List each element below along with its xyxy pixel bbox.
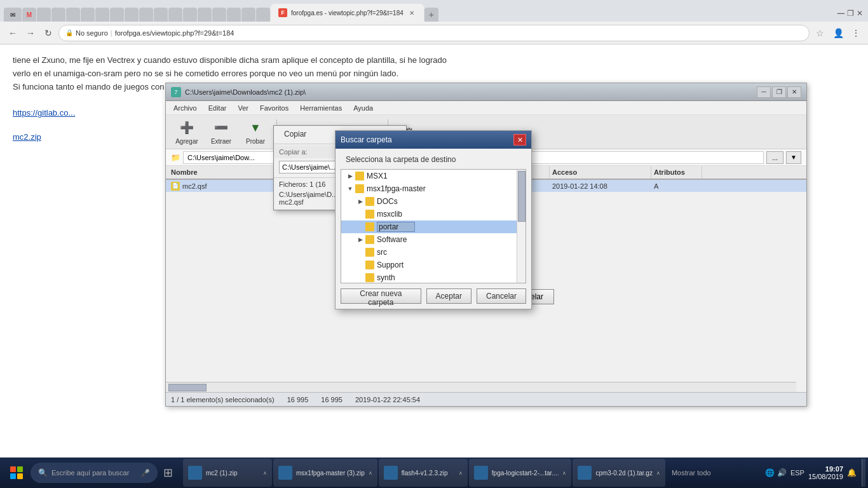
col-atributos[interactable]: Atributos (651, 166, 702, 179)
reload-button[interactable]: ↻ (41, 25, 56, 41)
tab-icon-6[interactable] (95, 8, 109, 22)
menu-ayuda[interactable]: Ayuda (348, 103, 378, 113)
toolbar-agregar[interactable]: ➕ Agregar (171, 116, 203, 147)
zip-statusbar: 1 / 1 elemento(s) seleccionado(s) 16 995… (166, 392, 806, 406)
app-label-mc2: mc2 (1).zip (206, 470, 237, 477)
tree-expand-docs[interactable]: ▶ (356, 198, 364, 205)
tab-active[interactable]: F forofpga.es - viewtopic.php?f=29&t=184… (271, 4, 424, 22)
clock[interactable]: 19:07 15/08/2019 (808, 465, 843, 480)
tree-item-support[interactable]: ▶ Support (341, 259, 526, 271)
zip-hscrollbar[interactable] (166, 382, 796, 392)
network-icon[interactable]: 🌐 (765, 468, 775, 477)
clock-time: 19:07 (808, 465, 843, 473)
tab-label: forofpga.es - viewtopic.php?f=29&t=184 (291, 10, 403, 17)
app-chevron-mc2: ∧ (263, 470, 267, 476)
profile-icon[interactable]: 👤 (831, 28, 846, 38)
tab-icon-13[interactable] (198, 8, 212, 22)
tab-icon-2[interactable] (37, 8, 51, 22)
zip-addr-dropdown[interactable]: ▼ (786, 151, 801, 164)
address-bar[interactable]: 🔒 No seguro | forofpga.es/viewtopic.php?… (58, 25, 810, 41)
show-all-button[interactable]: Mostrar todo (667, 459, 716, 487)
menu-herramientas[interactable]: Herramientas (295, 103, 347, 113)
tab-icon-14[interactable] (212, 8, 226, 22)
browser-restore[interactable]: ❐ (847, 9, 854, 18)
tab-icon-8[interactable] (125, 8, 139, 22)
tree-expand-msx1fpga[interactable]: ▼ (346, 185, 354, 193)
toolbar-extraer[interactable]: ➖ Extraer (205, 116, 237, 147)
tree-item-msx1[interactable]: ▶ MSX1 (341, 170, 526, 182)
volume-icon[interactable]: 🔊 (777, 468, 787, 477)
taskbar-app-mc2[interactable]: mc2 (1).zip ∧ (183, 459, 272, 487)
tree-expand-msx1[interactable]: ▶ (346, 172, 354, 180)
forward-button[interactable]: → (23, 25, 38, 41)
menu-favoritos[interactable]: Favoritos (255, 103, 294, 113)
tab-close-button[interactable]: ✕ (407, 8, 416, 17)
tree-item-src[interactable]: ▶ src (341, 246, 526, 259)
zip-addr-button[interactable]: ... (766, 151, 783, 164)
tab-icon-15[interactable] (227, 8, 241, 22)
tree-label-msx1fpga: msx1fpga-master (367, 184, 426, 193)
tree-vscrollbar[interactable] (517, 170, 526, 283)
tree-item-msxclib[interactable]: ▶ msxclib (341, 208, 526, 220)
bookmark-icon[interactable]: ☆ (812, 28, 828, 38)
tab-icon-3[interactable] (51, 8, 65, 22)
cancel-button[interactable]: Cancelar (477, 288, 526, 304)
tree-item-msx1fpga[interactable]: ▼ msx1fpga-master (341, 182, 526, 195)
ok-button[interactable]: Aceptar (426, 288, 471, 304)
show-desktop-button[interactable] (862, 459, 865, 487)
browser-close[interactable]: ✕ (857, 9, 863, 18)
menu-editar[interactable]: Editar (203, 103, 232, 113)
address-url: forofpga.es/viewtopic.php?f=29&t=184 (115, 29, 234, 37)
folder-icon-msx1 (355, 172, 364, 180)
tab-icon-4[interactable] (66, 8, 80, 22)
browser-chrome: ✉ M F (0, 0, 868, 44)
tab-new-button[interactable]: + (424, 8, 438, 22)
zip-restore-button[interactable]: ❐ (772, 86, 786, 98)
tab-icon-7[interactable] (110, 8, 124, 22)
browser-minimize[interactable]: ─ (837, 8, 844, 19)
taskbar-app-flash4[interactable]: flash4-v1.2.3.zip ∧ (379, 459, 468, 487)
tree-item-portar[interactable]: ▶ (341, 220, 526, 233)
tree-edit-portar[interactable] (377, 222, 415, 232)
lang-label[interactable]: ESP (790, 469, 804, 477)
col-acceso[interactable]: Acceso (550, 166, 651, 179)
tab-icon-12[interactable] (183, 8, 197, 22)
tree-item-synth[interactable]: ▶ synth (341, 271, 526, 283)
tree-expand-software[interactable]: ▶ (356, 236, 364, 243)
zip-minimize-button[interactable]: ─ (757, 86, 771, 98)
tab-icon-17[interactable] (256, 8, 270, 22)
zip-hscroll-thumb[interactable] (168, 384, 207, 391)
tree-label-docs: DOCs (377, 197, 398, 206)
ok-cancel-group: Aceptar Cancelar (426, 288, 526, 304)
browser-menu-icon[interactable]: ⋮ (849, 28, 863, 38)
tab-icon-10[interactable] (154, 8, 168, 22)
toolbar-probar[interactable]: ▼ Probar (240, 116, 271, 147)
tab-icon-16[interactable] (241, 8, 255, 22)
tree-item-docs[interactable]: ▶ DOCs (341, 195, 526, 208)
taskbar-app-msx1fpga[interactable]: msx1fpga-master (3).zip ∧ (273, 459, 377, 487)
browse-folder-tree[interactable]: ▶ MSX1 ▼ msx1fpga-master ▶ DOCs ▶ msxcli… (341, 169, 526, 283)
new-folder-button[interactable]: Crear nueva carpeta (341, 288, 421, 304)
tree-item-software[interactable]: ▶ Software (341, 233, 526, 246)
tab-icon-mail[interactable]: ✉ (4, 8, 22, 22)
zip-close-button[interactable]: ✕ (787, 86, 801, 98)
tree-vscroll-thumb[interactable] (518, 171, 526, 222)
start-button[interactable] (3, 459, 31, 487)
notifications-icon[interactable]: 🔔 (847, 468, 857, 477)
folder-icon-support (365, 261, 374, 269)
folder-icon-docs (365, 197, 374, 206)
menu-archivo[interactable]: Archivo (168, 103, 202, 113)
tab-favicon: F (278, 8, 287, 17)
tab-icon-5[interactable] (81, 8, 95, 22)
taskbar-search[interactable]: 🔍 Escribe aquí para buscar 🎤 (31, 463, 158, 483)
tab-icon-9[interactable] (139, 8, 153, 22)
file-attr-cell: A (651, 182, 702, 190)
browse-close-button[interactable]: ✕ (513, 134, 526, 146)
menu-ver[interactable]: Ver (233, 103, 254, 113)
back-button[interactable]: ← (5, 25, 20, 41)
taskbar-app-fpga[interactable]: fpga-logicstart-2-...tar.... ∧ (469, 459, 572, 487)
tab-icon-1[interactable]: M (22, 8, 36, 22)
task-view-button[interactable]: ⊞ (158, 459, 178, 487)
taskbar-app-cpm3[interactable]: cpm3-0.2d (1).tar.gz ∧ (573, 459, 665, 487)
tab-icon-11[interactable] (168, 8, 182, 22)
